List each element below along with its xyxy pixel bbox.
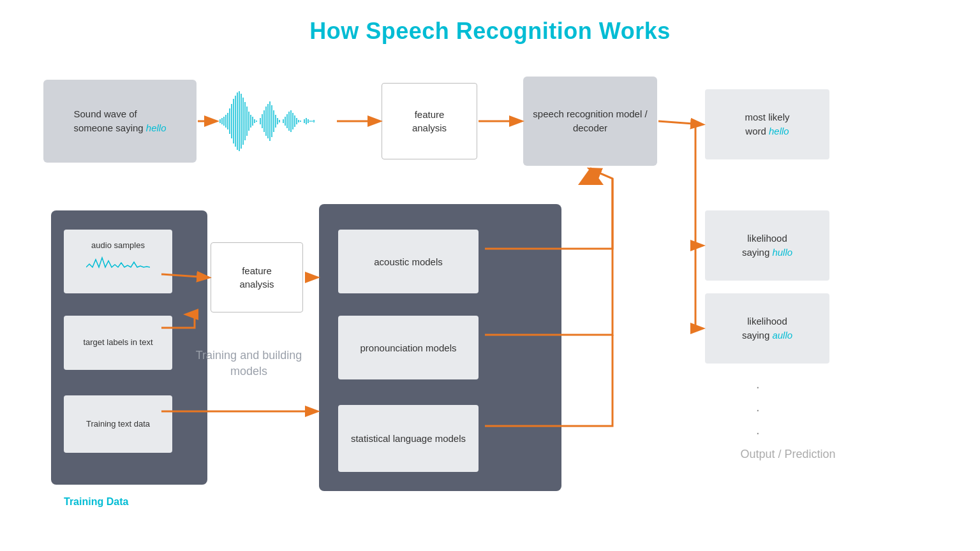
training-models-text: Training and building models bbox=[196, 349, 302, 378]
audio-samples-box: audio samples bbox=[64, 230, 172, 293]
training-models-label: Training and building models bbox=[195, 348, 303, 379]
output-prediction-label: Output / Prediction bbox=[737, 446, 839, 462]
page-title: How Speech Recognition Works bbox=[0, 0, 980, 45]
waveform-svg bbox=[217, 86, 332, 156]
output-likelihood2-box: likelihoodsaying aullo bbox=[705, 293, 829, 364]
training-text-box: Training text data bbox=[64, 395, 172, 453]
speech-model-label: speech recognition model / decoder bbox=[523, 107, 657, 136]
sound-wave-italic: hello bbox=[146, 122, 167, 133]
waveform-area bbox=[217, 86, 332, 156]
statistical-models-box: statistical language models bbox=[338, 405, 479, 472]
svg-line-99 bbox=[658, 121, 702, 124]
feature-analysis-bottom-box: featureanalysis bbox=[211, 242, 303, 312]
models-outer-box: acoustic models pronounciation models st… bbox=[319, 204, 561, 491]
sound-wave-text: Sound wave ofsomeone saying bbox=[73, 108, 145, 134]
training-data-outer-box: audio samples target labels in text Trai… bbox=[51, 210, 207, 485]
output-likelihood1-italic: hullo bbox=[772, 247, 792, 258]
acoustic-models-label: acoustic models bbox=[374, 256, 443, 267]
feature-analysis-bottom-label: featureanalysis bbox=[239, 264, 274, 291]
output-likelihood1-box: likelihoodsaying hullo bbox=[705, 210, 829, 281]
output-most-likely-box: most likelyword hello bbox=[705, 89, 829, 159]
feature-analysis-top-label: featureanalysis bbox=[412, 108, 447, 135]
target-labels-box: target labels in text bbox=[64, 316, 172, 370]
audio-samples-label: audio samples bbox=[86, 240, 150, 251]
training-data-label: Training Data bbox=[64, 496, 128, 508]
output-dots: ··· bbox=[756, 375, 760, 444]
pronunciation-models-box: pronounciation models bbox=[338, 316, 479, 379]
target-labels-label: target labels in text bbox=[83, 337, 152, 348]
feature-analysis-top-box: featureanalysis bbox=[382, 83, 477, 159]
up-triangle-indicator bbox=[578, 167, 604, 185]
acoustic-models-box: acoustic models bbox=[338, 230, 479, 293]
pronunciation-models-label: pronounciation models bbox=[360, 342, 457, 353]
output-likelihood2-italic: aullo bbox=[772, 330, 792, 341]
statistical-models-label: statistical language models bbox=[351, 433, 466, 444]
speech-model-box: speech recognition model / decoder bbox=[523, 77, 657, 166]
output-prediction-text: Output / Prediction bbox=[740, 448, 835, 460]
sound-wave-box: Sound wave ofsomeone saying hello bbox=[43, 80, 197, 163]
page: How Speech Recognition Works Sound wave … bbox=[0, 0, 980, 551]
audio-samples-wave-svg bbox=[86, 254, 150, 280]
output-most-likely-italic: hello bbox=[769, 126, 789, 136]
training-text-label: Training text data bbox=[86, 418, 150, 430]
